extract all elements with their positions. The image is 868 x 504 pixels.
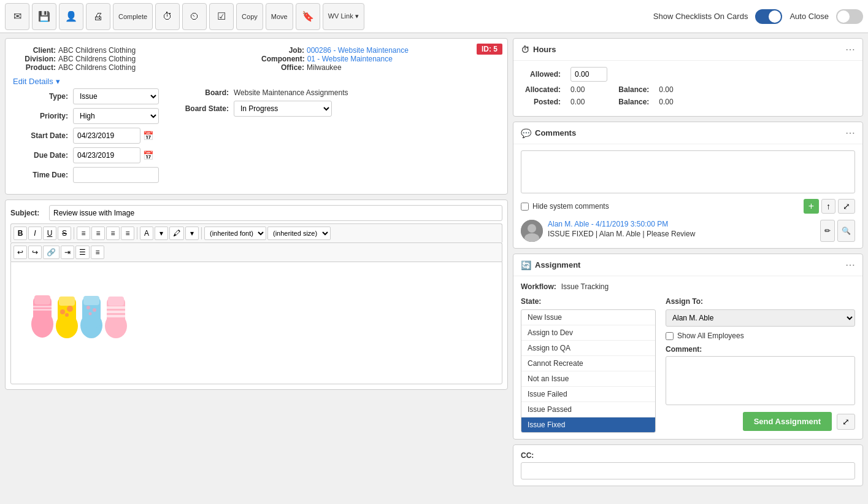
- state-assign-to-qa[interactable]: Assign to QA: [521, 341, 655, 356]
- bg-color-arrow-btn[interactable]: ▾: [185, 227, 199, 240]
- time-due-label: Time Due:: [13, 171, 68, 179]
- state-cannot-recreate[interactable]: Cannot Recreate: [521, 356, 655, 371]
- assignment-section: 🔄 Assignment ⋯ Workflow: Issue Tracking …: [513, 254, 863, 440]
- type-select[interactable]: Issue Task Bug: [73, 88, 159, 104]
- avatar: [521, 220, 543, 242]
- font-size-select[interactable]: (inherited size): [267, 227, 331, 240]
- stopwatch-btn[interactable]: ⏲: [182, 3, 207, 30]
- svg-point-15: [93, 308, 96, 312]
- email-btn[interactable]: ✉: [5, 3, 29, 30]
- office-label: Office:: [261, 63, 304, 72]
- bg-color-btn[interactable]: 🖍: [169, 227, 184, 240]
- link-btn[interactable]: 🔗: [43, 246, 60, 259]
- wvlink-btn[interactable]: WV Link ▾: [323, 3, 364, 30]
- hide-system-checkbox[interactable]: [521, 203, 529, 211]
- posted-row: Posted: 0.00 Balance: 0.00: [521, 98, 855, 106]
- start-date-calendar-icon[interactable]: 📅: [143, 131, 153, 141]
- assign-to-select[interactable]: Alan M. Able John Smith Jane Doe: [666, 309, 855, 327]
- due-date-input[interactable]: [73, 147, 140, 163]
- strikethrough-btn[interactable]: S: [58, 227, 71, 240]
- time-due-row: Time Due:: [13, 167, 159, 183]
- rte-body[interactable]: [10, 262, 502, 384]
- show-checklists-toggle[interactable]: [755, 9, 782, 24]
- allowed-input[interactable]: [570, 67, 607, 82]
- allocated-value: 0.00: [570, 85, 585, 94]
- priority-select[interactable]: High Medium Low: [73, 108, 159, 124]
- assignment-menu-btn[interactable]: ⋯: [845, 259, 855, 271]
- align-justify-btn[interactable]: ≡: [121, 227, 134, 240]
- ordered-list-btn[interactable]: ≡: [91, 246, 104, 259]
- edit-comment-btn[interactable]: ✏: [820, 220, 835, 242]
- save-btn[interactable]: 💾: [32, 3, 56, 30]
- undo-btn[interactable]: ↩: [13, 246, 27, 259]
- font-color-arrow-btn[interactable]: ▾: [155, 227, 168, 240]
- rte-toolbar: B I U S ≡ ≡ ≡ ≡ A ▾ 🖍 ▾ (inherited font): [10, 223, 502, 242]
- send-assignment-btn[interactable]: Send Assignment: [743, 412, 832, 431]
- zoom-comment-btn[interactable]: 🔍: [837, 220, 855, 242]
- state-assign-to-dev[interactable]: Assign to Dev: [521, 325, 655, 341]
- state-issue-fixed[interactable]: Issue Fixed: [521, 417, 655, 432]
- posted-value: 0.00: [570, 98, 585, 106]
- move-btn[interactable]: Move: [266, 3, 293, 30]
- show-checklists-label: Show Checklists On Cards: [653, 12, 748, 21]
- assignment-comment-textarea[interactable]: [666, 356, 855, 405]
- cc-input[interactable]: [521, 462, 855, 479]
- timer-btn[interactable]: ⏱: [155, 3, 180, 30]
- start-date-input[interactable]: [73, 128, 140, 144]
- copy-btn[interactable]: Copy: [236, 3, 263, 30]
- complete-btn[interactable]: Complete: [113, 3, 153, 30]
- type-label: Type:: [13, 92, 68, 101]
- state-not-an-issue[interactable]: Not an Issue: [521, 371, 655, 387]
- due-date-calendar-icon[interactable]: 📅: [143, 150, 153, 160]
- align-center-btn[interactable]: ≡: [91, 227, 105, 240]
- state-new-issue[interactable]: New Issue: [521, 310, 655, 325]
- edit-details-toggle[interactable]: Edit Details ▾: [13, 77, 60, 86]
- expand-assignment-btn[interactable]: ⤢: [837, 414, 855, 430]
- subject-input[interactable]: [49, 205, 502, 221]
- component-label: Component:: [261, 55, 305, 63]
- info-right: Job: 000286 - Website Maintenance Compon…: [261, 46, 500, 72]
- form-left: Type: Issue Task Bug Priority: High Medi…: [13, 88, 159, 187]
- align-right-btn[interactable]: ≡: [106, 227, 120, 240]
- board-state-select[interactable]: In Progress Completed Pending: [234, 101, 332, 117]
- user-btn[interactable]: 👤: [59, 3, 83, 30]
- bold-btn[interactable]: B: [13, 227, 27, 240]
- assignment-icon: 🔄: [521, 260, 531, 270]
- svg-rect-13: [83, 296, 99, 305]
- left-panel: Client: ABC Childrens Clothing Division:…: [5, 38, 508, 499]
- hours-body: Allowed: Allocated: 0.00 Balance: 0.00 P…: [513, 61, 862, 116]
- assignment-header: 🔄 Assignment ⋯: [513, 254, 862, 276]
- component-value[interactable]: 01 - Website Maintenance: [307, 55, 393, 63]
- align-left-btn[interactable]: ≡: [77, 227, 90, 240]
- state-issue-failed[interactable]: Issue Failed: [521, 387, 655, 402]
- comments-section: 💬 Comments ⋯ Hide system comments + ↑ ⤢: [513, 122, 863, 249]
- unordered-list-btn[interactable]: ☰: [75, 246, 90, 259]
- font-family-select[interactable]: (inherited font): [204, 227, 266, 240]
- redo-btn[interactable]: ↪: [28, 246, 42, 259]
- show-all-employees-checkbox[interactable]: [666, 332, 674, 340]
- font-color-btn[interactable]: A: [140, 227, 153, 240]
- auto-close-toggle[interactable]: [836, 9, 863, 24]
- svg-rect-19: [108, 297, 124, 306]
- workflow-label: Workflow:: [521, 282, 556, 291]
- info-card: Client: ABC Childrens Clothing Division:…: [5, 38, 508, 195]
- scroll-up-btn[interactable]: ↑: [821, 199, 835, 214]
- checklist-btn[interactable]: ☑: [209, 3, 234, 30]
- svg-point-10: [65, 313, 69, 317]
- assign-to-label: Assign To:: [666, 297, 855, 306]
- comment-action-btns: + ↑ ⤢: [804, 199, 855, 214]
- hours-menu-btn[interactable]: ⋯: [845, 44, 855, 55]
- underline-btn[interactable]: U: [43, 227, 56, 240]
- state-issue-passed[interactable]: Issue Passed: [521, 402, 655, 417]
- comments-menu-btn[interactable]: ⋯: [845, 127, 855, 139]
- indent-btn[interactable]: ⇥: [61, 246, 74, 259]
- job-value[interactable]: 000286 - Website Maintenance: [307, 46, 409, 55]
- italic-btn[interactable]: I: [28, 227, 42, 240]
- expand-comments-btn[interactable]: ⤢: [838, 199, 855, 214]
- comment-textarea[interactable]: [521, 150, 855, 193]
- print-btn[interactable]: 🖨: [86, 3, 110, 30]
- add-comment-btn[interactable]: +: [804, 199, 819, 214]
- hide-system-label: Hide system comments: [532, 202, 609, 211]
- bookmark-btn[interactable]: 🔖: [296, 3, 320, 30]
- time-due-input[interactable]: [73, 167, 159, 183]
